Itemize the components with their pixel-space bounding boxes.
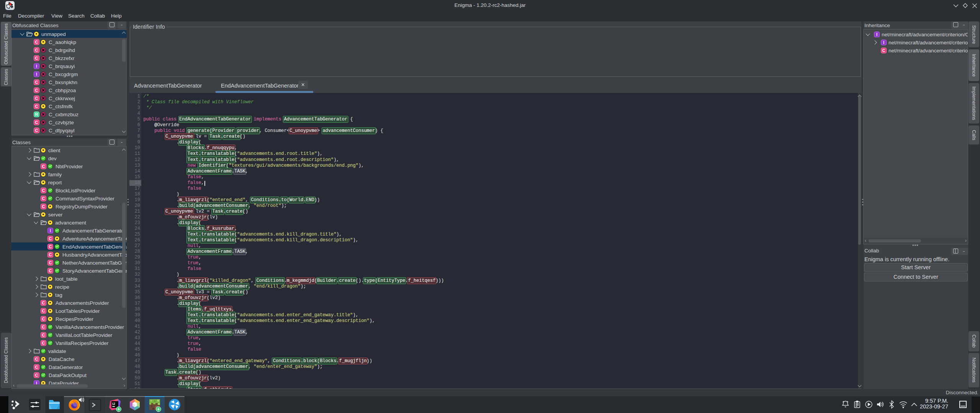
svg-text:IJ: IJ bbox=[113, 402, 115, 406]
